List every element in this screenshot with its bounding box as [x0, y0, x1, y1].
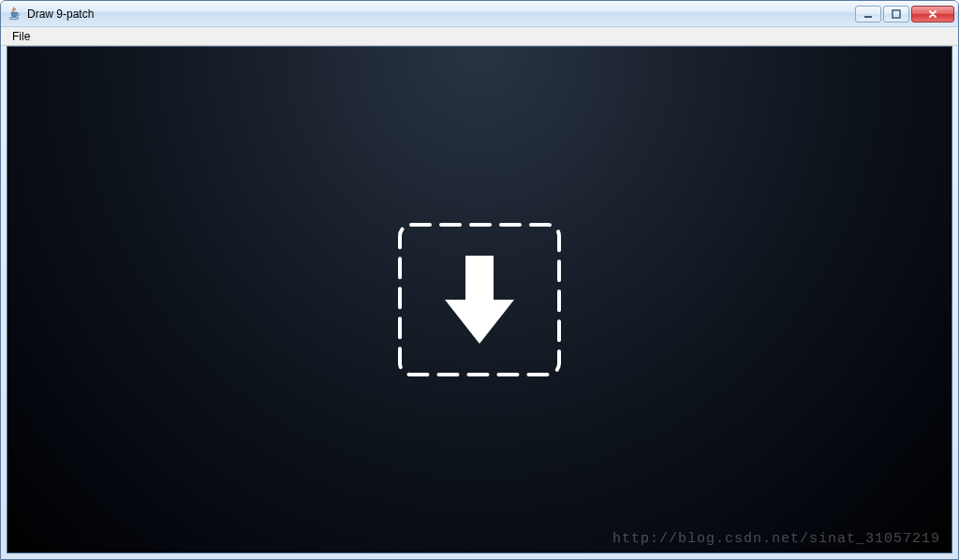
svg-rect-2	[893, 10, 900, 18]
window-controls	[855, 6, 954, 22]
download-arrow-icon	[437, 248, 522, 351]
watermark-text: http://blog.csdn.net/sinat_31057219	[612, 531, 940, 547]
minimize-icon	[863, 9, 873, 19]
svg-point-0	[9, 17, 19, 19]
menu-file[interactable]: File	[7, 28, 36, 45]
maximize-button[interactable]	[883, 6, 909, 22]
close-icon	[927, 9, 938, 19]
menu-bar: File	[1, 27, 958, 46]
minimize-button[interactable]	[855, 6, 881, 22]
title-bar: Draw 9-patch	[1, 1, 958, 27]
close-button[interactable]	[911, 6, 954, 22]
content-area[interactable]: http://blog.csdn.net/sinat_31057219	[7, 46, 952, 553]
window-title: Draw 9-patch	[27, 7, 855, 21]
maximize-icon	[892, 9, 901, 19]
svg-rect-1	[864, 16, 872, 18]
java-cup-icon	[7, 7, 22, 22]
window-frame: Draw 9-patch File	[0, 0, 959, 560]
drop-target[interactable]	[395, 220, 564, 379]
